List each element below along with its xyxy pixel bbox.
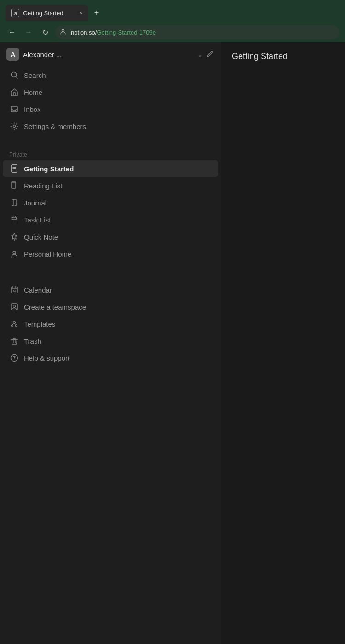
home-label: Home bbox=[24, 88, 42, 96]
svg-point-24 bbox=[13, 322, 16, 324]
svg-point-0 bbox=[62, 29, 64, 32]
sidebar: A Alexander ... ⌄ Search bbox=[0, 42, 221, 644]
svg-point-23 bbox=[13, 305, 16, 308]
sidebar-item-inbox[interactable]: Inbox bbox=[3, 101, 218, 117]
svg-point-1 bbox=[12, 72, 17, 77]
address-bar[interactable]: notion.so/Getting-Started-1709e bbox=[55, 25, 339, 39]
home-icon bbox=[9, 87, 19, 97]
forward-button[interactable]: → bbox=[22, 26, 35, 39]
create-teamspace-label: Create a teamspace bbox=[24, 303, 86, 311]
journal-icon bbox=[9, 198, 19, 208]
notion-icon: N bbox=[11, 9, 19, 17]
sidebar-item-home[interactable]: Home bbox=[3, 84, 218, 100]
sidebar-item-templates[interactable]: Templates bbox=[3, 316, 218, 332]
tab-favicon: N bbox=[11, 9, 19, 17]
app-layout: A Alexander ... ⌄ Search bbox=[0, 42, 345, 644]
address-bar-row: ← → ↻ notion.so/Getting-Started-1709e bbox=[0, 22, 345, 42]
sidebar-item-help[interactable]: Help & support bbox=[3, 350, 218, 366]
browser-chrome: N Getting Started × + ← → ↻ notion.so/Ge… bbox=[0, 0, 345, 42]
svg-point-26 bbox=[16, 325, 17, 327]
sidebar-item-search[interactable]: Search bbox=[3, 67, 218, 83]
new-tab-button[interactable]: + bbox=[90, 6, 103, 19]
svg-point-4 bbox=[13, 125, 16, 128]
address-plain: notion.so/ bbox=[71, 29, 97, 36]
workspace-header[interactable]: A Alexander ... ⌄ bbox=[0, 42, 221, 66]
svg-line-28 bbox=[14, 324, 17, 325]
sidebar-item-journal[interactable]: Journal bbox=[3, 194, 218, 211]
address-person-icon bbox=[60, 29, 66, 36]
svg-rect-3 bbox=[11, 106, 17, 112]
svg-text:14: 14 bbox=[13, 290, 16, 293]
inbox-label: Inbox bbox=[24, 105, 41, 113]
trash-icon bbox=[9, 336, 19, 346]
help-label: Help & support bbox=[24, 354, 69, 362]
svg-point-25 bbox=[12, 325, 13, 327]
task-list-icon bbox=[9, 215, 19, 225]
chevron-down-icon: ⌄ bbox=[197, 51, 202, 58]
calendar-label: Calendar bbox=[24, 286, 52, 294]
sidebar-item-settings[interactable]: Settings & members bbox=[3, 118, 218, 135]
sidebar-item-create-teamspace[interactable]: Create a teamspace bbox=[3, 299, 218, 315]
search-icon bbox=[9, 70, 19, 80]
page-title: Getting Started bbox=[232, 52, 288, 61]
sidebar-item-trash[interactable]: Trash bbox=[3, 333, 218, 349]
sidebar-item-calendar[interactable]: 14 Calendar bbox=[3, 281, 218, 298]
getting-started-label: Getting Started bbox=[24, 165, 74, 173]
spacer-1 bbox=[0, 135, 221, 144]
refresh-button[interactable]: ↻ bbox=[39, 26, 52, 39]
svg-point-33 bbox=[14, 360, 14, 360]
templates-label: Templates bbox=[24, 320, 55, 328]
edit-icon[interactable] bbox=[206, 49, 214, 59]
quick-note-label: Quick Note bbox=[24, 233, 58, 241]
teamspace-icon bbox=[9, 302, 19, 312]
workspace-avatar: A bbox=[6, 48, 19, 61]
reading-list-label: Reading List bbox=[24, 182, 62, 190]
tab-bar: N Getting Started × + bbox=[0, 0, 345, 22]
spacer-3 bbox=[0, 272, 221, 281]
sidebar-item-personal-home[interactable]: Personal Home bbox=[3, 246, 218, 262]
trash-label: Trash bbox=[24, 337, 41, 345]
address-wrapper: notion.so/Getting-Started-1709e bbox=[55, 25, 339, 39]
document-icon bbox=[9, 164, 19, 174]
task-list-label: Task List bbox=[24, 216, 51, 224]
sidebar-item-reading-list[interactable]: Reading List bbox=[3, 177, 218, 194]
sidebar-item-quick-note[interactable]: Quick Note bbox=[3, 228, 218, 245]
person-icon bbox=[9, 249, 19, 259]
spacer-2 bbox=[0, 263, 221, 272]
personal-home-label: Personal Home bbox=[24, 250, 71, 258]
pin-icon bbox=[9, 232, 19, 242]
sidebar-item-task-list[interactable]: Task List bbox=[3, 211, 218, 228]
main-content: Getting Started bbox=[221, 42, 345, 644]
svg-line-2 bbox=[16, 77, 18, 79]
templates-icon bbox=[9, 319, 19, 329]
settings-icon bbox=[9, 121, 19, 131]
search-label: Search bbox=[24, 71, 46, 79]
svg-line-27 bbox=[12, 324, 15, 325]
workspace-name: Alexander ... bbox=[23, 51, 194, 59]
calendar-icon: 14 bbox=[9, 285, 19, 295]
address-path: Getting-Started-1709e bbox=[97, 29, 156, 36]
reading-list-icon bbox=[9, 181, 19, 191]
svg-point-16 bbox=[13, 251, 16, 254]
settings-label: Settings & members bbox=[24, 123, 86, 130]
active-tab[interactable]: N Getting Started × bbox=[6, 5, 88, 21]
inbox-icon bbox=[9, 104, 19, 114]
tab-title: Getting Started bbox=[23, 10, 75, 17]
sidebar-item-getting-started[interactable]: Getting Started bbox=[3, 160, 218, 177]
tab-close-button[interactable]: × bbox=[79, 10, 83, 16]
back-button[interactable]: ← bbox=[6, 26, 18, 39]
help-icon bbox=[9, 353, 19, 363]
private-section-label: Private bbox=[0, 144, 221, 160]
journal-label: Journal bbox=[24, 199, 46, 207]
